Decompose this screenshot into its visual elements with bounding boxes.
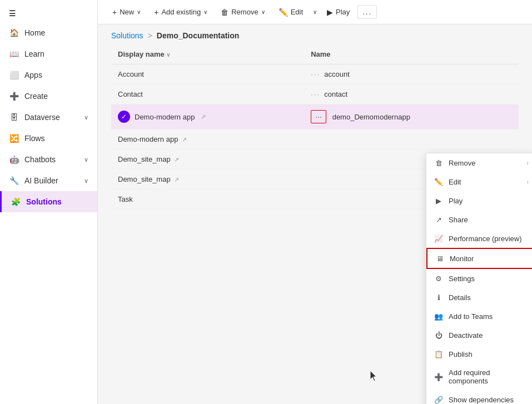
chatbots-icon: 🤖 bbox=[9, 154, 19, 164]
performance-icon: 📈 bbox=[434, 234, 443, 243]
dropdown-item-label: Add required components bbox=[449, 368, 529, 385]
sidebar-item-create[interactable]: ➕ Create bbox=[0, 86, 97, 107]
sidebar-item-label: Flows bbox=[24, 134, 45, 143]
name-cell: ··· demo_Demomodernapp bbox=[304, 104, 519, 129]
main-content: + New ∨ + Add existing ∨ 🗑 Remove ∨ ✏️ E… bbox=[98, 0, 532, 404]
monitor-icon: 🖥 bbox=[435, 254, 444, 263]
create-icon: ➕ bbox=[9, 91, 19, 101]
sidebar-item-flows[interactable]: 🔀 Flows bbox=[0, 128, 97, 149]
dropdown-item-label: Share bbox=[449, 216, 468, 224]
display-name-cell: Demo-modern app ↗ bbox=[111, 129, 304, 149]
dropdown-item-publish[interactable]: 📋 Publish bbox=[426, 345, 532, 363]
settings-icon: ⚙ bbox=[434, 274, 443, 283]
more-options-button[interactable]: ... bbox=[357, 5, 377, 19]
chevron-down-icon: ∨ bbox=[84, 114, 88, 121]
table-row: Account ··· account bbox=[111, 64, 519, 84]
sidebar-item-dataverse[interactable]: 🗄 Dataverse ∨ bbox=[0, 107, 97, 128]
deactivate-icon: ⏻ bbox=[434, 331, 443, 340]
name-cell: ··· account bbox=[304, 64, 519, 84]
name-column-header: Name bbox=[304, 44, 519, 64]
row-dots[interactable]: ··· bbox=[311, 90, 320, 98]
dropdown-item-label: Add to Teams bbox=[449, 312, 493, 321]
dropdown-item-share[interactable]: ↗ Share bbox=[426, 210, 532, 229]
display-name-cell: Demo_site_map ↗ bbox=[111, 149, 304, 169]
external-link-icon[interactable]: ↗ bbox=[201, 113, 206, 121]
selected-check-icon: ✓ bbox=[118, 111, 130, 123]
name-cell: ··· contact bbox=[304, 84, 519, 104]
display-name-cell: Demo_site_map ↗ bbox=[111, 169, 304, 189]
sidebar-item-chatbots[interactable]: 🤖 Chatbots ∨ bbox=[0, 149, 97, 170]
sidebar-item-solutions[interactable]: 🧩 Solutions bbox=[0, 191, 97, 212]
display-name-cell: Account bbox=[111, 64, 304, 84]
external-link-icon[interactable]: ↗ bbox=[182, 136, 187, 143]
sidebar-item-learn[interactable]: 📖 Learn bbox=[0, 43, 97, 64]
breadcrumb-current: Demo_Documentation bbox=[157, 31, 240, 40]
dropdown-item-play[interactable]: ▶ Play bbox=[426, 191, 532, 210]
edit-chevron-button[interactable]: ∨ bbox=[311, 6, 319, 18]
display-name-cell: Task bbox=[111, 189, 304, 210]
dropdown-item-label: Play bbox=[449, 197, 463, 205]
breadcrumb-separator: > bbox=[148, 31, 152, 40]
arrow-right-icon: › bbox=[526, 178, 529, 185]
dropdown-item-label: Edit bbox=[449, 178, 461, 186]
dropdown-item-add-to-teams[interactable]: 👥 Add to Teams bbox=[426, 307, 532, 326]
dropdown-item-remove[interactable]: 🗑 Remove › bbox=[426, 153, 532, 172]
flows-icon: 🔀 bbox=[9, 133, 19, 143]
dropdown-item-label: Show dependencies bbox=[449, 396, 514, 404]
plus-icon: + bbox=[154, 8, 158, 17]
display-name-text: Demo-modern app bbox=[135, 113, 195, 121]
sidebar-item-label: Learn bbox=[24, 49, 44, 58]
table-row[interactable]: ✓ Demo-modern app ↗ ··· demo_Demomoderna… bbox=[111, 104, 519, 129]
external-link-icon[interactable]: ↗ bbox=[174, 156, 179, 163]
dropdown-item-label: Remove bbox=[449, 159, 475, 167]
display-name-column-header[interactable]: Display name ∨ bbox=[111, 44, 304, 64]
row-dots[interactable]: ··· bbox=[311, 70, 320, 78]
trash-icon: 🗑 bbox=[221, 8, 228, 17]
remove-button[interactable]: 🗑 Remove ∨ bbox=[215, 4, 270, 20]
chevron-down-icon: ∨ bbox=[137, 9, 141, 15]
sidebar-item-ai-builder[interactable]: 🔧 AI Builder ∨ bbox=[0, 170, 97, 191]
dropdown-item-label: Details bbox=[449, 293, 471, 302]
play-button[interactable]: ▶ Play bbox=[321, 4, 355, 20]
context-dropdown-menu: 🗑 Remove › ✏️ Edit › ▶ Play ↗ Share 📈 Pe… bbox=[426, 153, 532, 404]
sidebar: ☰ 🏠 Home 📖 Learn ⬜ Apps ➕ Create 🗄 Datav… bbox=[0, 0, 98, 404]
apps-icon: ⬜ bbox=[9, 70, 19, 80]
add-existing-button[interactable]: + Add existing ∨ bbox=[148, 4, 213, 20]
teams-icon: 👥 bbox=[434, 312, 443, 321]
edit-button[interactable]: ✏️ Edit bbox=[273, 4, 309, 20]
dropdown-item-edit[interactable]: ✏️ Edit › bbox=[426, 172, 532, 191]
sidebar-item-label: Home bbox=[24, 28, 45, 37]
dropdown-item-label: Settings bbox=[449, 275, 475, 283]
solutions-icon: 🧩 bbox=[11, 197, 21, 207]
breadcrumb: Solutions > Demo_Documentation bbox=[98, 24, 532, 44]
add-required-icon: ➕ bbox=[434, 372, 443, 381]
edit-icon: ✏️ bbox=[434, 177, 443, 186]
dropdown-item-monitor[interactable]: 🖥 Monitor bbox=[426, 248, 532, 269]
dropdown-item-details[interactable]: ℹ Details bbox=[426, 288, 532, 307]
plus-icon: + bbox=[112, 8, 117, 17]
dropdown-item-performance[interactable]: 📈 Performance (preview) bbox=[426, 229, 532, 248]
dropdown-item-deactivate[interactable]: ⏻ Deactivate bbox=[426, 326, 532, 345]
learn-icon: 📖 bbox=[9, 49, 19, 59]
sidebar-item-home[interactable]: 🏠 Home bbox=[0, 22, 97, 43]
dropdown-item-settings[interactable]: ⚙ Settings bbox=[426, 269, 532, 288]
mouse-cursor bbox=[370, 371, 378, 382]
name-cell bbox=[304, 129, 519, 149]
new-button[interactable]: + New ∨ bbox=[107, 4, 146, 20]
sidebar-item-label: Solutions bbox=[26, 197, 62, 206]
row-more-button[interactable]: ··· bbox=[311, 110, 326, 123]
share-icon: ↗ bbox=[434, 215, 443, 224]
sidebar-item-label: Chatbots bbox=[24, 155, 56, 164]
dropdown-item-add-required[interactable]: ➕ Add required components bbox=[426, 363, 532, 390]
arrow-right-icon: › bbox=[526, 159, 529, 166]
dropdown-item-show-deps[interactable]: 🔗 Show dependencies bbox=[426, 390, 532, 404]
dropdown-item-label: Monitor bbox=[450, 255, 474, 263]
sidebar-item-apps[interactable]: ⬜ Apps bbox=[0, 64, 97, 86]
hamburger-button[interactable]: ☰ bbox=[0, 0, 97, 22]
chevron-down-icon: ∨ bbox=[84, 177, 88, 184]
play-icon: ▶ bbox=[434, 196, 443, 205]
breadcrumb-solutions-link[interactable]: Solutions bbox=[111, 31, 143, 40]
dropdown-item-label: Publish bbox=[449, 350, 473, 358]
external-link-icon[interactable]: ↗ bbox=[174, 176, 179, 183]
table-container: Display name ∨ Name Account ··· account … bbox=[98, 44, 532, 404]
